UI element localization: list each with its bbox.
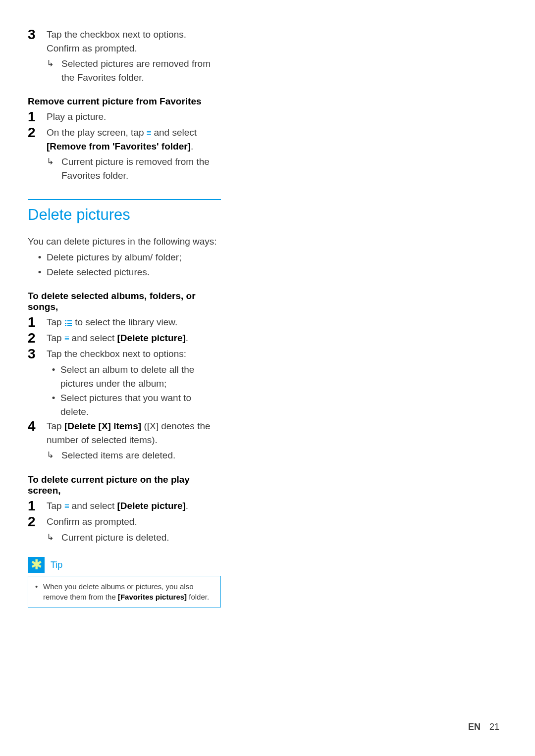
tip-star-icon: ✱ — [28, 557, 45, 573]
step-number: 2 — [28, 515, 47, 529]
bold-text: [Delete picture] — [117, 501, 186, 511]
remove-step-2: 2 On the play screen, tap ≡ and select [… — [28, 126, 221, 153]
section-divider — [28, 199, 221, 200]
step-text: Tap the checkbox next to options. Confir… — [47, 28, 221, 55]
bullet-item: • Delete selected pictures. — [33, 265, 221, 279]
footer-page-number: 21 — [489, 722, 499, 732]
step-3-top: 3 Tap the checkbox next to options. Conf… — [28, 28, 221, 55]
result-text: Selected pictures are removed from the F… — [61, 57, 221, 84]
remove-step-1: 1 Play a picture. — [28, 110, 221, 124]
nested-text: Select pictures that you want to delete. — [60, 391, 221, 418]
text-fragment: . — [186, 333, 188, 343]
menu-icon: ≡ — [64, 333, 69, 345]
text-fragment: Tap — [47, 317, 64, 327]
text-fragment: Tap — [47, 501, 64, 511]
sub-heading-delete-current: To delete current picture on the play sc… — [28, 474, 221, 496]
page-footer: EN21 — [468, 722, 499, 732]
del-step-2: 2 Tap ≡ and select [Delete picture]. — [28, 331, 221, 345]
text-fragment: and select — [69, 333, 117, 343]
step-number: 2 — [28, 126, 47, 140]
step-number: 1 — [28, 110, 47, 124]
section-title-delete: Delete pictures — [28, 206, 221, 224]
text-fragment: . — [191, 141, 193, 151]
bullet-dot: • — [47, 363, 60, 377]
bullet-dot: • — [47, 391, 60, 405]
step-number: 3 — [28, 347, 47, 361]
bullet-dot: • — [33, 265, 47, 279]
result-text: Selected items are deleted. — [61, 449, 221, 462]
intro-text: You can delete pictures in the following… — [28, 235, 221, 249]
text-fragment: and select — [69, 501, 117, 511]
result-text: Current picture is deleted. — [61, 531, 221, 545]
bold-text: [Remove from 'Favorites' folder] — [47, 141, 191, 151]
bullet-text: Delete pictures by album/ folder; — [47, 251, 221, 264]
delcur-step-2: 2 Confirm as prompted. — [28, 515, 221, 529]
tip-text: When you delete albums or pictures, you … — [43, 581, 215, 602]
footer-lang: EN — [468, 722, 481, 732]
text-fragment: . — [186, 501, 188, 511]
step-number: 4 — [28, 419, 47, 433]
tip-header: ✱ Tip — [28, 557, 221, 573]
sub-heading-delete-selected: To delete selected albums, folders, or s… — [28, 291, 221, 312]
text-fragment: and select — [151, 127, 197, 138]
result-arrow-icon: ↳ — [47, 57, 61, 69]
nested-text: Select an album to delete all the pictur… — [60, 363, 221, 390]
step-text: Tap the checkbox next to options: — [47, 347, 221, 361]
step-number: 1 — [28, 499, 47, 513]
result-arrow-icon: ↳ — [47, 531, 61, 543]
menu-icon: ≡ — [147, 127, 151, 140]
step-result: ↳ Selected pictures are removed from the… — [47, 57, 221, 84]
library-grid-icon — [65, 320, 72, 326]
step-text: Tap to select the library view. — [47, 315, 221, 329]
step-text: Tap ≡ and select [Delete picture]. — [47, 499, 221, 513]
bullet-text: Delete selected pictures. — [47, 265, 221, 279]
bullet-dot: • — [33, 251, 47, 264]
bold-text: [Delete picture] — [117, 333, 186, 343]
text-fragment: On the play screen, tap — [47, 127, 147, 138]
result-text: Current picture is removed from the Favo… — [61, 155, 221, 182]
text-fragment: Tap — [47, 333, 64, 343]
step-result: ↳ Selected items are deleted. — [47, 449, 221, 462]
step-text: Tap [Delete [X] items] ([X] denotes the … — [47, 419, 221, 447]
bullet-dot: • — [33, 581, 43, 592]
result-arrow-icon: ↳ — [47, 449, 61, 460]
step-number: 3 — [28, 28, 47, 42]
step-number: 2 — [28, 331, 47, 345]
del-step-4: 4 Tap [Delete [X] items] ([X] denotes th… — [28, 419, 221, 447]
bold-text: [Favorites pictures] — [118, 593, 187, 601]
del-step-3: 3 Tap the checkbox next to options: — [28, 347, 221, 361]
step-result: ↳ Current picture is removed from the Fa… — [47, 155, 221, 182]
bullet-list: • Delete pictures by album/ folder; • De… — [33, 251, 221, 279]
step-text: Tap ≡ and select [Delete picture]. — [47, 331, 221, 345]
del-step-1: 1 Tap to select the library view. — [28, 315, 221, 329]
step-result: ↳ Current picture is deleted. — [47, 531, 221, 545]
page-content: 3 Tap the checkbox next to options. Conf… — [28, 28, 221, 607]
text-fragment: Tap — [47, 421, 64, 431]
menu-icon: ≡ — [64, 501, 69, 513]
nested-item: • Select an album to delete all the pict… — [47, 363, 221, 390]
result-arrow-icon: ↳ — [47, 155, 61, 167]
step-text: Play a picture. — [47, 110, 221, 124]
text-fragment: to select the library view. — [72, 317, 177, 327]
nested-bullets: • Select an album to delete all the pict… — [47, 363, 221, 418]
tip-label: Tip — [51, 560, 62, 570]
sub-heading-remove-current: Remove current picture from Favorites — [28, 96, 221, 107]
tip-body: • When you delete albums or pictures, yo… — [28, 576, 221, 607]
nested-item: • Select pictures that you want to delet… — [47, 391, 221, 418]
step-text: On the play screen, tap ≡ and select [Re… — [47, 126, 221, 153]
bold-text: [Delete [X] items] — [64, 421, 141, 431]
bullet-item: • Delete pictures by album/ folder; — [33, 251, 221, 264]
text-fragment: folder. — [187, 593, 209, 601]
tip-item: • When you delete albums or pictures, yo… — [33, 581, 215, 602]
step-text: Confirm as prompted. — [47, 515, 221, 529]
tip-box: ✱ Tip • When you delete albums or pictur… — [28, 557, 221, 607]
delcur-step-1: 1 Tap ≡ and select [Delete picture]. — [28, 499, 221, 513]
step-number: 1 — [28, 315, 47, 329]
